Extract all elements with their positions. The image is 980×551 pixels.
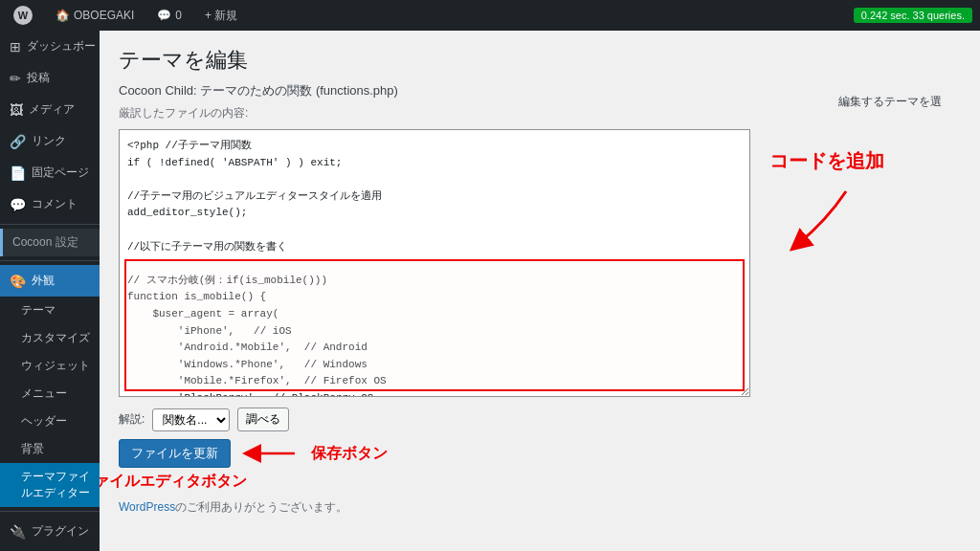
theme-editor-label: テーマファイルエディター <box>21 469 90 501</box>
save-button-label: 保存ボタン <box>311 444 388 464</box>
cocoon-label: Cocoon 設定 <box>12 235 78 249</box>
sidebar-label-pages: 固定ページ <box>32 165 89 181</box>
sidebar-item-dashboard[interactable]: ⊞ ダッシュボード <box>0 31 100 62</box>
wp-logo-icon: W <box>13 6 33 25</box>
site-name: OBOEGAKI <box>74 9 134 22</box>
sidebar-item-pages[interactable]: 📄 固定ページ <box>0 157 100 188</box>
save-row: ファイルを更新 保存ボタン <box>119 439 961 468</box>
footer: WordPressのご利用ありがとうございます。 <box>119 499 961 516</box>
sidebar-item-posts[interactable]: ✏ 投稿 <box>0 62 100 94</box>
theme-editor-button-annotation: テーマファイルエディタボタン <box>100 472 961 492</box>
theme-editor-button-label: テーマファイルエディタボタン <box>100 473 247 489</box>
media-icon: 🖼 <box>10 102 23 118</box>
sidebar-item-users[interactable]: 👤 ユーザー <box>0 547 100 551</box>
footer-suffix: のご利用ありがとうございます。 <box>175 500 347 514</box>
file-content-label: 厳訳したファイルの内容: <box>119 105 961 121</box>
comment-icon: 💬 <box>157 9 171 22</box>
editor-bottom: 解説: 関数名... 調べる ファイルを更新 <box>119 408 961 468</box>
background-label: 背景 <box>21 441 44 457</box>
sidebar-label-links: リンク <box>32 133 66 149</box>
sidebar-item-menus[interactable]: メニュー <box>0 380 100 408</box>
sidebar-item-links[interactable]: 🔗 リンク <box>0 125 100 157</box>
sidebar-item-theme[interactable]: テーマ <box>0 297 100 324</box>
sidebar-sep-1 <box>0 224 100 225</box>
new-label: + 新規 <box>205 8 237 24</box>
lookup-row: 解説: 関数名... 調べる <box>119 408 961 431</box>
links-icon: 🔗 <box>10 134 26 149</box>
code-editor[interactable]: <?php //子テーマ用関数 if ( !defined( 'ABSPATH'… <box>119 129 750 397</box>
pages-icon: 📄 <box>10 165 26 181</box>
comment-count: 0 <box>175 9 182 22</box>
sidebar-label-posts: 投稿 <box>27 70 50 86</box>
code-editor-container: <?php //子テーマ用関数 if ( !defined( 'ABSPATH'… <box>119 129 750 400</box>
home-icon: 🏠 <box>56 9 70 22</box>
sidebar-sep-3 <box>0 511 100 512</box>
main-wrapper: ⊞ ダッシュボード ✏ 投稿 🖼 メディア 🔗 リンク 📄 固定ページ 💬 コメ… <box>0 31 980 551</box>
edit-theme-label: 編集するテーマを選 <box>838 94 942 110</box>
sidebar-item-widgets[interactable]: ウィジェット <box>0 352 100 380</box>
dashboard-icon: ⊞ <box>10 39 21 55</box>
sidebar-item-appearance[interactable]: 🎨 外観 <box>0 265 100 297</box>
sidebar-label-media: メディア <box>29 101 75 118</box>
sidebar-item-plugins[interactable]: 🔌 プラグイン <box>0 516 100 547</box>
sidebar-item-customize[interactable]: カスタマイズ <box>0 324 100 352</box>
lookup-label: 解説: <box>119 411 145 428</box>
sidebar-item-background[interactable]: 背景 <box>0 435 100 463</box>
sidebar-item-media[interactable]: 🖼 メディア <box>0 94 100 125</box>
page-title: テーマを編集 <box>119 46 961 75</box>
function-select[interactable]: 関数名... <box>152 408 230 431</box>
add-code-arrow <box>769 182 884 258</box>
performance-badge: 0.242 sec. 33 queries. <box>854 8 972 23</box>
posts-icon: ✏ <box>10 71 21 86</box>
appearance-icon: 🎨 <box>10 274 26 289</box>
wp-footer-link[interactable]: WordPress <box>119 500 175 514</box>
sidebar-item-theme-editor[interactable]: テーマファイルエディター <box>0 463 100 507</box>
site-name-button[interactable]: 🏠 OBOEGAKI <box>50 0 140 31</box>
sidebar-label-dashboard: ダッシュボード <box>27 38 100 55</box>
admin-bar: W 🏠 OBOEGAKI 💬 0 + 新規 0.242 sec. 33 quer… <box>0 0 980 31</box>
content-inner: テーマを編集 Cocoon Child: テーマのための関数 (function… <box>119 46 961 516</box>
lookup-button[interactable]: 調べる <box>237 408 289 431</box>
sidebar-sep-2 <box>0 260 100 261</box>
sidebar-label-appearance: 外観 <box>32 273 55 289</box>
right-annotation-area: コードを追加 <box>750 129 961 400</box>
widgets-label: ウィジェット <box>21 358 90 374</box>
new-post-button[interactable]: + 新規 <box>199 0 243 31</box>
admin-bar-right: 0.242 sec. 33 queries. <box>854 8 972 23</box>
comments-icon: 💬 <box>10 197 26 212</box>
save-arrow <box>242 439 300 468</box>
perf-text: 0.242 sec. 33 queries. <box>861 10 965 21</box>
code-section: <?php //子テーマ用関数 if ( !defined( 'ABSPATH'… <box>119 129 961 400</box>
theme-label: テーマ <box>21 302 56 319</box>
sidebar-label-plugins: プラグイン <box>32 523 89 540</box>
add-code-label: コードを追加 <box>769 148 961 174</box>
content-area: テーマを編集 Cocoon Child: テーマのための関数 (function… <box>100 31 980 551</box>
wp-logo-button[interactable]: W <box>8 0 38 31</box>
cocoon-badge: Cocoon 設定 <box>0 229 100 256</box>
sidebar-item-header[interactable]: ヘッダー <box>0 408 100 435</box>
sidebar-item-comments[interactable]: 💬 コメント <box>0 188 100 220</box>
comments-button[interactable]: 💬 0 <box>151 0 188 31</box>
sidebar: ⊞ ダッシュボード ✏ 投稿 🖼 メディア 🔗 リンク 📄 固定ページ 💬 コメ… <box>0 31 100 551</box>
file-info: Cocoon Child: テーマのための関数 (functions.php) <box>119 82 961 99</box>
sidebar-label-comments: コメント <box>32 196 78 212</box>
customize-label: カスタマイズ <box>21 330 90 346</box>
plugins-icon: 🔌 <box>10 524 26 540</box>
save-file-button[interactable]: ファイルを更新 <box>119 439 231 468</box>
header-label: ヘッダー <box>21 413 67 430</box>
menus-label: メニュー <box>21 386 67 402</box>
